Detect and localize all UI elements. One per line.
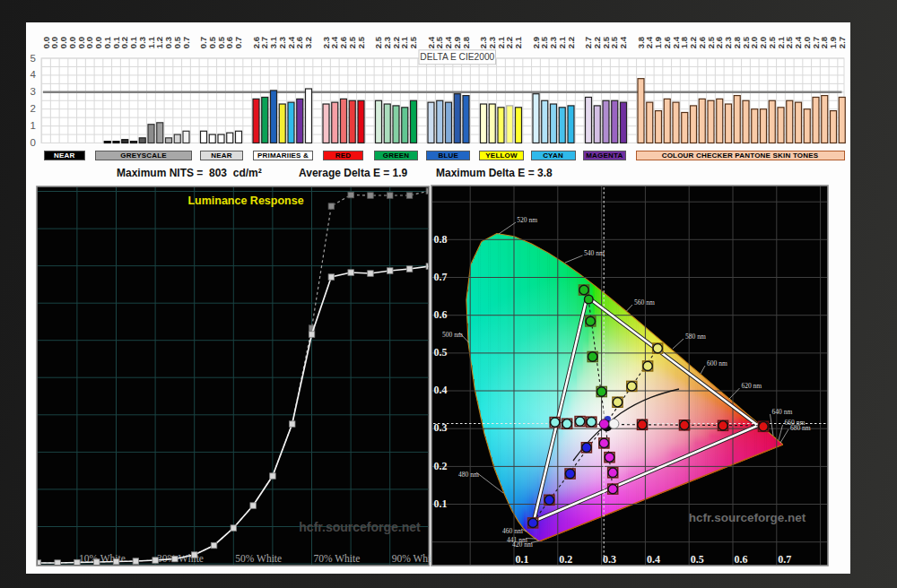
- svg-text:Luminance Response: Luminance Response: [187, 195, 303, 207]
- svg-text:500 nm: 500 nm: [442, 331, 463, 339]
- svg-text:520 nm: 520 nm: [517, 216, 537, 224]
- svg-text:540 nm: 540 nm: [584, 249, 605, 257]
- svg-text:0.2: 0.2: [559, 553, 572, 566]
- svg-text:DELTA E CIE2000: DELTA E CIE2000: [420, 52, 494, 62]
- svg-text:2.8: 2.8: [461, 36, 471, 48]
- svg-text:2.5: 2.5: [356, 36, 366, 48]
- svg-text:0.5: 0.5: [434, 346, 448, 359]
- svg-text:560 nm: 560 nm: [634, 298, 655, 307]
- svg-text:2.7: 2.7: [837, 37, 847, 48]
- svg-text:600 nm: 600 nm: [707, 359, 727, 368]
- svg-text:0.1: 0.1: [434, 497, 448, 510]
- svg-text:2: 2: [30, 103, 36, 114]
- svg-text:4: 4: [30, 69, 37, 80]
- svg-text:620 nm: 620 nm: [741, 382, 762, 390]
- svg-text:0.8: 0.8: [434, 233, 448, 246]
- svg-text:3.2: 3.2: [303, 37, 313, 48]
- svg-text:3: 3: [30, 86, 36, 97]
- svg-text:460 nm: 460 nm: [502, 527, 523, 535]
- svg-text:hcfr.sourceforge.net: hcfr.sourceforge.net: [299, 520, 421, 534]
- svg-text:420 nm: 420 nm: [512, 540, 533, 549]
- svg-text:0.2: 0.2: [434, 460, 448, 472]
- svg-text:0.3: 0.3: [603, 553, 616, 566]
- svg-text:0.7: 0.7: [233, 37, 243, 48]
- svg-text:2.1: 2.1: [513, 36, 523, 48]
- svg-text:0.5: 0.5: [691, 553, 704, 566]
- svg-text:640 nm: 640 nm: [772, 408, 793, 416]
- svg-text:0.7: 0.7: [181, 37, 191, 48]
- svg-text:480 nm: 480 nm: [458, 471, 479, 479]
- svg-text:70% White: 70% White: [314, 553, 361, 564]
- svg-text:2.2: 2.2: [566, 37, 576, 48]
- svg-text:580 nm: 580 nm: [685, 333, 706, 341]
- svg-text:0.4: 0.4: [647, 553, 660, 566]
- svg-text:1: 1: [30, 120, 36, 131]
- svg-text:680 nm: 680 nm: [790, 424, 811, 432]
- svg-text:0.4: 0.4: [434, 384, 448, 396]
- svg-text:0.3: 0.3: [434, 421, 448, 434]
- svg-text:0: 0: [30, 137, 36, 148]
- svg-text:0.6: 0.6: [434, 308, 448, 321]
- svg-text:0.1: 0.1: [516, 553, 529, 566]
- svg-text:5: 5: [30, 53, 36, 64]
- svg-text:2.4: 2.4: [618, 36, 628, 48]
- svg-text:0.7: 0.7: [434, 271, 448, 283]
- svg-text:0.7: 0.7: [778, 553, 791, 566]
- svg-text:hcfr.sourceforge.net: hcfr.sourceforge.net: [689, 511, 806, 524]
- svg-text:2.5: 2.5: [408, 36, 418, 48]
- svg-text:0.6: 0.6: [735, 553, 748, 566]
- svg-text:50% White: 50% White: [235, 553, 282, 564]
